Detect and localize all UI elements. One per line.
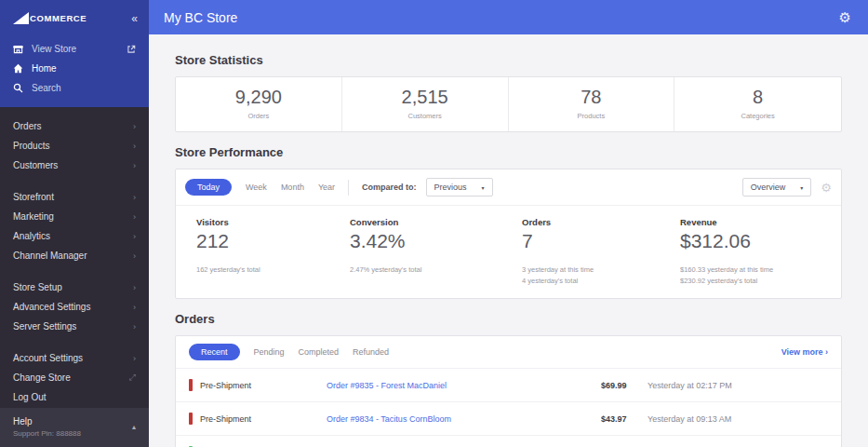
- status-color-bar: [189, 413, 193, 425]
- stat-value: 9,290: [176, 87, 341, 108]
- sidebar-item-view-store[interactable]: View Store: [0, 39, 149, 59]
- menu-label: Customers: [13, 160, 58, 170]
- tab-completed[interactable]: Completed: [299, 347, 340, 357]
- bigcommerce-logo[interactable]: COMMERCE «: [0, 0, 149, 39]
- metric-visitors: Visitors 212 162 yesterday's total: [196, 217, 350, 286]
- tab-refunded[interactable]: Refunded: [353, 347, 389, 357]
- sidebar-item-home[interactable]: Home: [0, 59, 149, 78]
- help-text-block: Help Support Pin: 888888: [13, 416, 81, 438]
- storefront-icon: [13, 44, 23, 54]
- compared-to-select[interactable]: Previous ▾: [426, 178, 493, 196]
- metric-label: Orders: [522, 217, 680, 227]
- menu-label: Log Out: [13, 392, 47, 402]
- sidebar-item-products[interactable]: Products›: [0, 136, 149, 156]
- stat-label: Orders: [176, 112, 341, 120]
- search-label: Search: [32, 83, 61, 93]
- sidebar-item-channel-manager[interactable]: Channel Manager›: [0, 246, 149, 265]
- tab-year[interactable]: Year: [318, 183, 335, 192]
- status-label: Pre-Shipment: [200, 381, 251, 390]
- sidebar-item-advanced-settings[interactable]: Advanced Settings›: [0, 297, 149, 317]
- dashboard-content: Store Statistics 9,290 Orders 2,515 Cust…: [149, 34, 868, 447]
- help-panel-toggle[interactable]: Help Support Pin: 888888 ▴: [0, 408, 149, 447]
- tab-month[interactable]: Month: [281, 183, 304, 192]
- main-area: My BC Store ⚙ Store Statistics 9,290 Ord…: [149, 0, 868, 447]
- sidebar-item-store-setup[interactable]: Store Setup›: [0, 278, 149, 297]
- metric-orders: Orders 7 3 yesterday at this time 4 yest…: [522, 217, 680, 286]
- metric-value: $312.06: [680, 230, 821, 252]
- metric-value: 3.42%: [350, 230, 522, 252]
- menu-label: Storefront: [13, 192, 54, 202]
- home-icon: [13, 63, 23, 74]
- store-statistics-panel: 9,290 Orders 2,515 Customers 78 Products…: [175, 76, 842, 132]
- performance-gear-icon[interactable]: ⚙: [821, 181, 832, 195]
- chevron-right-icon: ›: [133, 161, 136, 170]
- metric-comparison: 162 yesterday's total: [196, 264, 350, 284]
- stat-label: Customers: [342, 112, 508, 120]
- sidebar-item-search[interactable]: Search: [0, 78, 149, 98]
- collapse-sidebar-icon[interactable]: «: [131, 13, 138, 24]
- stat-value: 8: [674, 87, 841, 108]
- sidebar-item-customers[interactable]: Customers›: [0, 156, 149, 175]
- order-link[interactable]: Order #9834 - Tacitus CornBloom: [327, 414, 601, 424]
- metric-sub-line: 162 yesterday's total: [196, 264, 350, 276]
- sidebar-item-storefront[interactable]: Storefront›: [0, 187, 149, 207]
- order-amount: $69.99: [601, 381, 648, 390]
- chevron-right-icon: ›: [133, 354, 136, 363]
- menu-group-divider: [0, 175, 149, 187]
- stat-customers: 2,515 Customers: [342, 77, 509, 131]
- metric-label: Conversion: [350, 217, 522, 227]
- sidebar-item-marketing[interactable]: Marketing›: [0, 207, 149, 226]
- home-label: Home: [32, 63, 57, 74]
- chevron-right-icon: ›: [133, 283, 136, 292]
- menu-label: Store Setup: [13, 282, 62, 292]
- order-link[interactable]: Order #9835 - Forest MacDaniel: [327, 381, 601, 390]
- caret-up-icon: ▴: [132, 423, 136, 431]
- performance-right-controls: Overview ▾ ⚙: [733, 178, 832, 196]
- menu-label: Orders: [13, 121, 42, 131]
- sidebar-item-change-store[interactable]: Change Store⤢: [0, 368, 149, 387]
- order-status: Pre-Shipment: [189, 379, 327, 391]
- metric-value: 7: [522, 230, 680, 252]
- overview-value: Overview: [751, 183, 786, 192]
- chevron-right-icon: ›: [133, 193, 136, 202]
- metric-revenue: Revenue $312.06 $160.33 yesterday at thi…: [680, 217, 821, 286]
- sidebar-item-analytics[interactable]: Analytics›: [0, 226, 149, 246]
- orders-tabs: Recent Pending Completed Refunded View m…: [176, 336, 841, 368]
- tab-week[interactable]: Week: [246, 183, 267, 192]
- order-time: Yesterday at 02:17 PM: [648, 381, 828, 390]
- settings-gear-icon[interactable]: ⚙: [839, 10, 851, 24]
- sidebar-item-account-settings[interactable]: Account Settings›: [0, 348, 149, 368]
- tab-recent[interactable]: Recent: [189, 344, 240, 360]
- menu-label: Marketing: [13, 211, 54, 222]
- order-row: Pre-Shipment Order #9834 - Tacitus CornB…: [176, 401, 841, 435]
- store-performance-heading: Store Performance: [175, 145, 842, 159]
- sidebar-item-server-settings[interactable]: Server Settings›: [0, 317, 149, 336]
- menu-group-divider: [0, 336, 149, 348]
- chevron-right-icon: ›: [133, 303, 136, 312]
- performance-controls: Today Week Month Year Compared to: Previ…: [176, 169, 841, 206]
- order-amount: $43.97: [601, 414, 648, 424]
- order-status: Pre-Shipment: [189, 413, 327, 425]
- menu-label: Channel Manager: [13, 251, 87, 261]
- search-icon: [13, 83, 23, 93]
- stat-categories: 8 Categories: [674, 77, 841, 131]
- sidebar-item-log-out[interactable]: Log Out: [0, 387, 149, 407]
- tab-pending[interactable]: Pending: [254, 347, 285, 357]
- chevron-right-icon: ›: [133, 251, 136, 261]
- sidebar-menu: Orders› Products› Customers› Storefront›…: [0, 107, 149, 408]
- chevron-right-icon: ›: [133, 212, 136, 222]
- stat-value: 2,515: [342, 87, 508, 108]
- metric-sub-line: $160.33 yesterday at this time: [680, 264, 821, 276]
- overview-select[interactable]: Overview ▾: [742, 178, 812, 196]
- sidebar-item-orders[interactable]: Orders›: [0, 116, 149, 136]
- divider: [348, 180, 349, 196]
- order-time: Yesterday at 09:13 AM: [648, 414, 828, 424]
- orders-heading: Orders: [175, 312, 842, 326]
- caret-down-icon: ▾: [800, 184, 803, 191]
- metric-value: 212: [196, 230, 350, 252]
- tab-today[interactable]: Today: [185, 179, 232, 196]
- view-more-link[interactable]: View more ›: [781, 347, 828, 357]
- chevron-right-icon: ›: [133, 232, 136, 241]
- logo-text: COMMERCE: [30, 13, 87, 23]
- store-title: My BC Store: [164, 10, 237, 25]
